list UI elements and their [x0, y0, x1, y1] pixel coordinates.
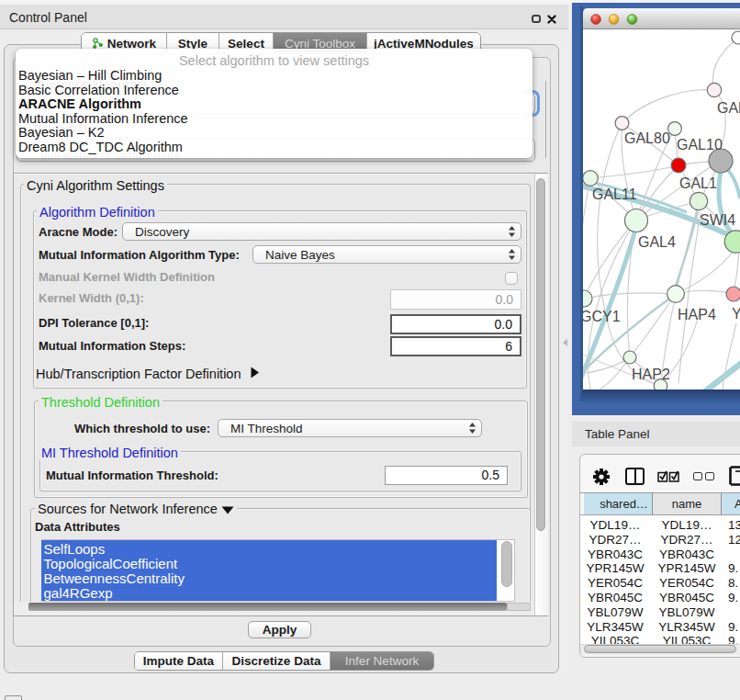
- svg-text:GAL2: GAL2: [717, 100, 740, 116]
- svg-text:SWI4: SWI4: [700, 212, 735, 228]
- svg-text:Y: Y: [732, 306, 740, 322]
- svg-text:GAL10: GAL10: [677, 137, 723, 152]
- svg-text:GAL4: GAL4: [638, 234, 676, 250]
- svg-text:HAP2: HAP2: [632, 367, 670, 382]
- svg-text:GAL1: GAL1: [679, 175, 717, 191]
- svg-text:GAL80: GAL80: [624, 130, 670, 146]
- svg-text:HAP4: HAP4: [678, 307, 716, 322]
- svg-text:GCY1: GCY1: [580, 309, 621, 324]
- svg-text:GAL11: GAL11: [592, 186, 637, 202]
